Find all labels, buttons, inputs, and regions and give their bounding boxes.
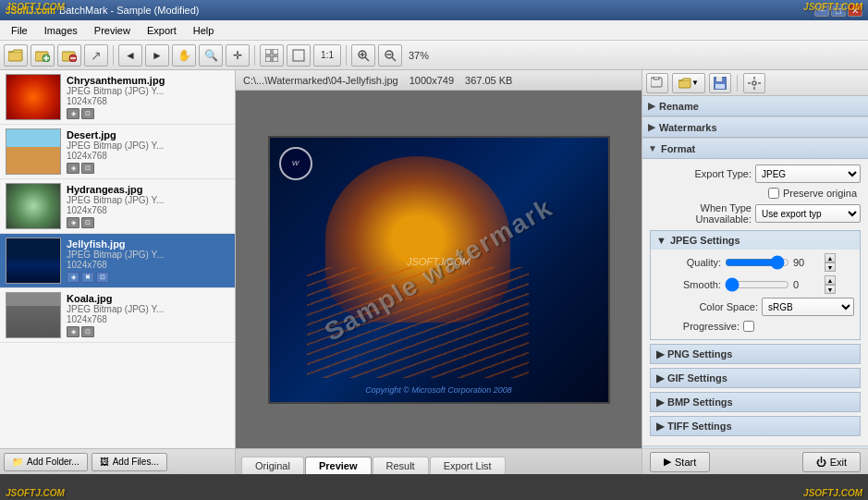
section-rename-header[interactable]: ▶ Rename: [642, 96, 868, 116]
colorspace-row: Color Space: sRGB Adobe RGB: [656, 298, 854, 316]
file-item-hydrangeas[interactable]: Hydrangeas.jpg JPEG Bitmap (JPG) Y... 10…: [0, 179, 235, 234]
when-unavailable-select[interactable]: Use export typ Keep original: [755, 204, 861, 223]
toolbar-add-btn[interactable]: [31, 44, 55, 67]
smooth-spinner: ▲ ▼: [825, 275, 836, 294]
view-1-1-btn[interactable]: 1:1: [313, 44, 341, 67]
file-icons-chrysanthemum: ◈ ⊡: [67, 108, 229, 119]
file-type-chrysanthemum: JPEG Bitmap (JPG) Y...: [67, 86, 229, 96]
toolbar-folder-btn[interactable]: [4, 44, 28, 67]
file-type-koala: JPEG Bitmap (JPG) Y...: [67, 304, 229, 314]
file-item-chrysanthemum[interactable]: Chrysanthemum.jpg JPEG Bitmap (JPG) Y...…: [0, 70, 235, 125]
toolbar-separator-3: [346, 45, 347, 66]
tab-export-list[interactable]: Export List: [430, 457, 506, 474]
menu-images[interactable]: Images: [37, 23, 85, 38]
right-panel-content: ▶ Rename ▶ Watermarks ▼ Format: [642, 96, 868, 448]
file-info-jellyfish: Jellyfish.jpg JPEG Bitmap (JPG) Y... 102…: [67, 238, 229, 283]
smooth-down-btn[interactable]: ▼: [825, 285, 836, 294]
rp-folder-dropdown[interactable]: ▼: [672, 73, 705, 93]
quality-row: Quality: 90 ▲ ▼: [656, 253, 854, 272]
rp-back-btn[interactable]: [646, 73, 668, 93]
quality-slider[interactable]: [725, 256, 789, 269]
svg-rect-0: [8, 52, 22, 61]
smooth-up-btn[interactable]: ▲: [825, 275, 836, 285]
watermark-logo: W: [279, 147, 312, 180]
quality-down-btn[interactable]: ▼: [825, 262, 836, 272]
rename-label: Rename: [659, 101, 699, 112]
exit-button[interactable]: ⏻ Exit: [802, 452, 861, 472]
file-dims-chrysanthemum: 1024x768: [67, 96, 229, 106]
toolbar-arrow-btn[interactable]: ↗: [84, 44, 108, 67]
png-settings-header[interactable]: ▶ PNG Settings: [651, 345, 860, 363]
watermark-logo-text: W: [292, 159, 300, 167]
file-type-desert: JPEG Bitmap (JPG) Y...: [67, 140, 229, 151]
progressive-checkbox[interactable]: [743, 321, 754, 332]
start-button[interactable]: ▶ Start: [650, 452, 710, 472]
tab-original[interactable]: Original: [241, 457, 304, 474]
exit-label: Exit: [830, 457, 847, 468]
menu-export[interactable]: Export: [140, 23, 184, 38]
file-type-jellyfish: JPEG Bitmap (JPG) Y...: [67, 250, 229, 260]
file-list-bottom-bar: 📁 Add Folder... 🖼 Add Files...: [0, 448, 235, 474]
menu-help[interactable]: Help: [186, 23, 222, 38]
export-type-select[interactable]: JPEG PNG BMP GIF TIFF: [755, 165, 861, 183]
quality-up-btn[interactable]: ▲: [825, 253, 836, 262]
menu-file[interactable]: File: [4, 23, 35, 38]
bmp-settings-header[interactable]: ▶ BMP Settings: [651, 393, 860, 411]
zoom-tool-btn[interactable]: 🔍: [199, 44, 223, 67]
svg-rect-12: [293, 50, 304, 61]
add-files-button[interactable]: 🖼 Add Files...: [92, 453, 167, 471]
thumb-koala: [6, 292, 61, 338]
rp-settings-btn[interactable]: [743, 73, 765, 93]
file-icon-1: ◈: [67, 326, 79, 337]
nav-prev-btn[interactable]: ◄: [118, 44, 142, 67]
preview-canvas: W Sample watermark JSOFTJ.COM Copyright …: [236, 91, 642, 448]
file-dims-desert: 1024x768: [67, 151, 229, 161]
tiff-settings-section: ▶ TIFF Settings: [650, 416, 861, 436]
section-format-header[interactable]: ▼ Format: [642, 139, 868, 159]
minimize-button[interactable]: ─: [814, 4, 829, 17]
svg-line-14: [365, 57, 369, 61]
toolbar-remove-btn[interactable]: [57, 44, 81, 67]
file-list-scroll[interactable]: Chrysanthemum.jpg JPEG Bitmap (JPG) Y...…: [0, 70, 235, 448]
section-rename: ▶ Rename: [642, 96, 868, 117]
pan-tool-btn[interactable]: ✋: [172, 44, 196, 67]
file-item-jellyfish[interactable]: Jellyfish.jpg JPEG Bitmap (JPG) Y... 102…: [0, 234, 235, 288]
zoom-percent: 37%: [405, 50, 433, 61]
svg-line-18: [392, 57, 396, 61]
file-item-koala[interactable]: Koala.jpg JPEG Bitmap (JPG) Y... 1024x76…: [0, 288, 235, 343]
zoom-in-btn[interactable]: [351, 44, 375, 67]
section-watermarks-header[interactable]: ▶ Watermarks: [642, 117, 868, 138]
preserve-original-checkbox[interactable]: [768, 188, 779, 199]
right-panel: ▼ ▶ Rename ▶ Watermarks: [642, 70, 868, 474]
view-grid-btn[interactable]: [260, 44, 284, 67]
gif-settings-header[interactable]: ▶ GIF Settings: [651, 369, 860, 387]
file-icon-1: ◈: [67, 163, 79, 174]
file-icon-2: ⊡: [81, 163, 94, 174]
main-layout: Chrysanthemum.jpg JPEG Bitmap (JPG) Y...…: [0, 70, 868, 474]
toolbar-separator-2: [254, 45, 255, 66]
jpeg-settings-header[interactable]: ▼ JPEG Settings: [651, 231, 860, 250]
nav-next-btn[interactable]: ►: [145, 44, 169, 67]
maximize-button[interactable]: □: [831, 4, 846, 17]
menu-preview[interactable]: Preview: [87, 23, 138, 38]
tab-result[interactable]: Result: [373, 457, 429, 474]
tab-preview[interactable]: Preview: [305, 457, 372, 474]
rp-save-btn[interactable]: [709, 73, 731, 93]
close-button[interactable]: ✕: [848, 4, 862, 17]
jpeg-settings-label: JPEG Settings: [670, 235, 740, 246]
smooth-slider[interactable]: [725, 278, 789, 291]
colorspace-select[interactable]: sRGB Adobe RGB: [762, 298, 854, 316]
view-single-btn[interactable]: [287, 44, 311, 67]
window-title: BatchMark - Sample (Modified): [59, 5, 200, 16]
tiff-settings-header[interactable]: ▶ TIFF Settings: [651, 417, 860, 435]
file-item-desert[interactable]: Desert.jpg JPEG Bitmap (JPG) Y... 1024x7…: [0, 125, 235, 179]
add-folder-button[interactable]: 📁 Add Folder...: [4, 453, 88, 471]
titlebar-left: JSoftJ.com BatchMark - Sample (Modified): [6, 5, 200, 16]
jellyfish-tentacles: [307, 267, 529, 378]
fit-btn[interactable]: ✛: [226, 44, 250, 67]
file-icons-koala: ◈ ⊡: [67, 326, 229, 337]
preview-dimensions: 1000x749: [410, 75, 454, 86]
export-type-control: JPEG PNG BMP GIF TIFF: [755, 165, 861, 183]
zoom-out-btn[interactable]: [378, 44, 402, 67]
preview-tabs-bar: Original Preview Result Export List: [236, 448, 642, 474]
